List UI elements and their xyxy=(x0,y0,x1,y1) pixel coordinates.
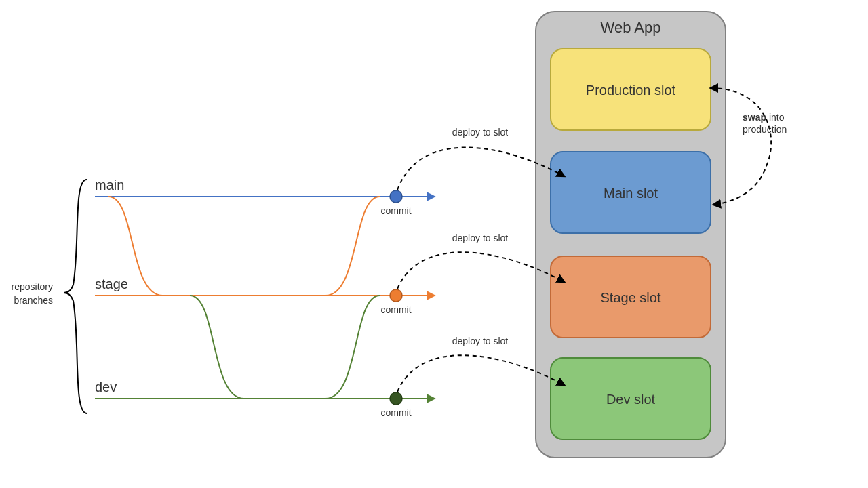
branch-dev: dev commit deploy to slot xyxy=(95,336,564,418)
commit-label-dev: commit xyxy=(380,407,411,418)
commit-dot-main xyxy=(390,190,402,203)
commit-dot-dev xyxy=(390,392,402,405)
commit-dot-stage xyxy=(390,289,402,302)
swap-label-line2: production xyxy=(743,124,787,135)
branch-main-label: main xyxy=(95,178,124,192)
main-slot-label: Main slot xyxy=(604,186,658,201)
stage-slot: Stage slot xyxy=(551,256,711,338)
swap-label-line1: swap into xyxy=(743,112,785,123)
deploy-label-main: deploy to slot xyxy=(452,127,509,138)
branches-title-line1: repository xyxy=(12,281,53,292)
merge-stage-to-main xyxy=(108,197,380,296)
commit-label-stage: commit xyxy=(380,304,411,315)
main-slot: Main slot xyxy=(551,152,711,233)
deploy-label-stage: deploy to slot xyxy=(452,232,509,243)
branch-stage: stage commit deploy to slot xyxy=(95,232,564,315)
production-slot-label: Production slot xyxy=(586,83,676,98)
branch-stage-label: stage xyxy=(95,277,128,291)
dev-slot-label: Dev slot xyxy=(606,392,656,407)
dev-slot: Dev slot xyxy=(551,358,711,439)
webapp-title: Web App xyxy=(601,19,661,36)
branch-main: main commit deploy to slot xyxy=(95,127,564,216)
merge-dev-to-stage xyxy=(190,296,380,399)
production-slot: Production slot xyxy=(551,49,711,130)
stage-slot-label: Stage slot xyxy=(601,290,661,305)
deploy-label-dev: deploy to slot xyxy=(452,336,509,346)
deployment-diagram: Web App Production slot Main slot Stage … xyxy=(0,0,868,488)
commit-label-main: commit xyxy=(380,205,411,216)
branches-brace xyxy=(64,180,87,413)
branch-dev-label: dev xyxy=(95,380,117,394)
branches-title-line2: branches xyxy=(14,295,53,306)
